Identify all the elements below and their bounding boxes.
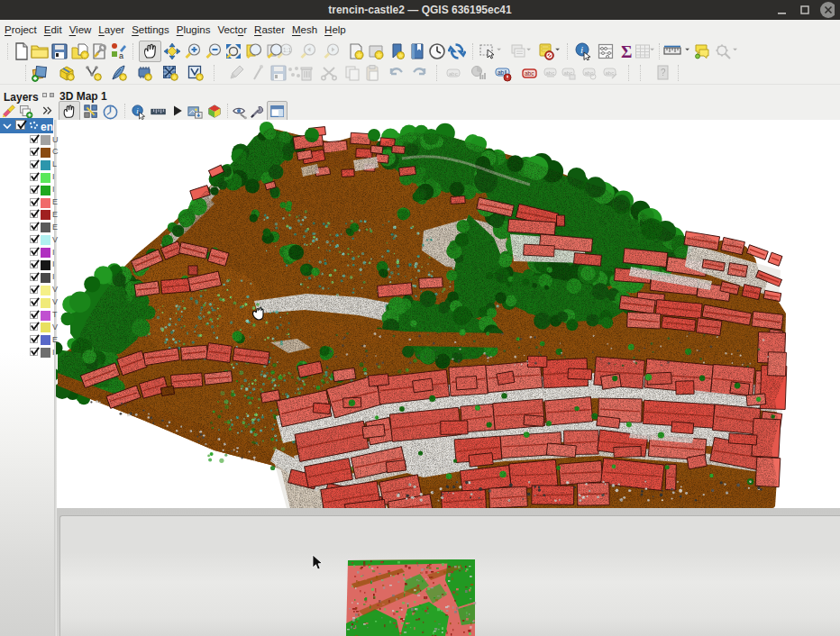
svg-text:abc: abc [449,71,458,77]
svg-text:a: a [119,51,123,60]
svg-text:abc: abc [525,70,534,77]
svg-text:Σ: Σ [621,42,632,60]
svg-text:abc: abc [546,70,555,76]
svg-text:1:1: 1:1 [283,47,291,53]
svg-text:ab: ab [498,69,505,76]
svg-text:?: ? [661,68,666,77]
svg-text:abc: abc [606,70,615,76]
svg-text:i: i [580,44,583,55]
